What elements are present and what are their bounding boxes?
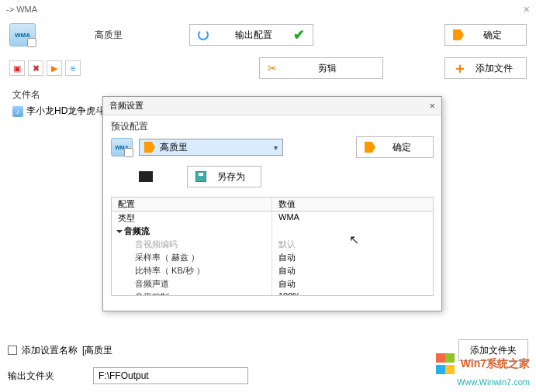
windows-logo-icon [431,353,455,377]
output-config-button[interactable]: 输出配置 ✔ [189,24,313,46]
arrow-icon [453,29,464,40]
toolbar-row-1: WMA 高质里 输出配置 ✔ 确定 [0,19,536,51]
dialog-ok-button[interactable]: 确定 [356,136,434,158]
checkmark-icon: ✔ [293,26,305,43]
arrow-icon [144,142,155,153]
dialog-close-icon[interactable]: × [429,100,435,112]
addname-label: 添加设置名称 [22,344,78,357]
grid-row[interactable]: 采样率（ 赫兹 ）自动 [112,251,433,264]
window-titlebar: -> WMA × [0,0,536,19]
settings-grid[interactable]: 配置 数值 类型WMA音频流音视频编码默认采样率（ 赫兹 ）自动比特率（ KB/… [111,197,434,296]
addname-value: [高质里 [82,344,112,357]
grid-row[interactable]: 音视频编码默认 [112,238,433,251]
remove-icon[interactable]: ✖ [28,60,43,76]
close-icon[interactable]: × [524,3,530,15]
window-title: -> WMA [6,5,37,14]
watermark: Win7系统之家 Www.Winwin7.com [431,353,530,387]
ok-button[interactable]: 确定 [444,24,527,46]
grid-header: 配置 数值 [112,198,433,211]
grid-row[interactable]: 比特率（ KB/秒 ）自动 [112,264,433,277]
edit-button[interactable]: ✂ 剪辑 [259,57,383,79]
grid-row[interactable]: 音频声道自动 [112,277,433,291]
addname-checkbox[interactable] [8,346,17,355]
arrow-icon [365,142,375,153]
delete-icon[interactable]: ▣ [9,60,25,76]
output-folder-input[interactable] [93,367,248,384]
grid-row[interactable]: 音频流 [112,225,433,238]
audio-settings-dialog: 音频设置 × 预设配置 WMA 高质里 ▾ 确定 另存为 配置 [102,96,442,311]
preset-select[interactable]: 高质里 ▾ [139,139,283,156]
dialog-titlebar: 音频设置 × [103,97,441,115]
list-icon[interactable]: ≡ [65,60,81,76]
dialog-title: 音频设置 [109,100,144,112]
chevron-down-icon: ▾ [274,143,278,152]
wma-format-icon: WMA [9,23,36,46]
save-as-button[interactable]: 另存为 [187,166,261,187]
wma-format-icon: WMA [111,138,133,156]
add-file-button[interactable]: ＋ 添加文件 [444,57,527,79]
toolbar-row-2: ▣ ✖ ▶ ≡ ✂ 剪辑 ＋ 添加文件 [0,54,536,82]
save-icon [195,171,206,182]
loading-icon [198,29,209,40]
file-icon: ♪ [12,106,23,117]
play-icon[interactable]: ▶ [47,60,62,76]
console-icon [139,171,153,182]
grid-row[interactable]: 类型WMA [112,211,433,225]
plus-icon: ＋ [453,59,467,77]
quality-label: 高质里 [95,29,123,42]
preset-label: 预设配置 [111,120,148,133]
grid-row[interactable]: 音里控制100% [112,291,433,296]
scissors-icon: ✂ [268,62,277,74]
output-folder-label: 输出文件夹 [8,370,54,383]
